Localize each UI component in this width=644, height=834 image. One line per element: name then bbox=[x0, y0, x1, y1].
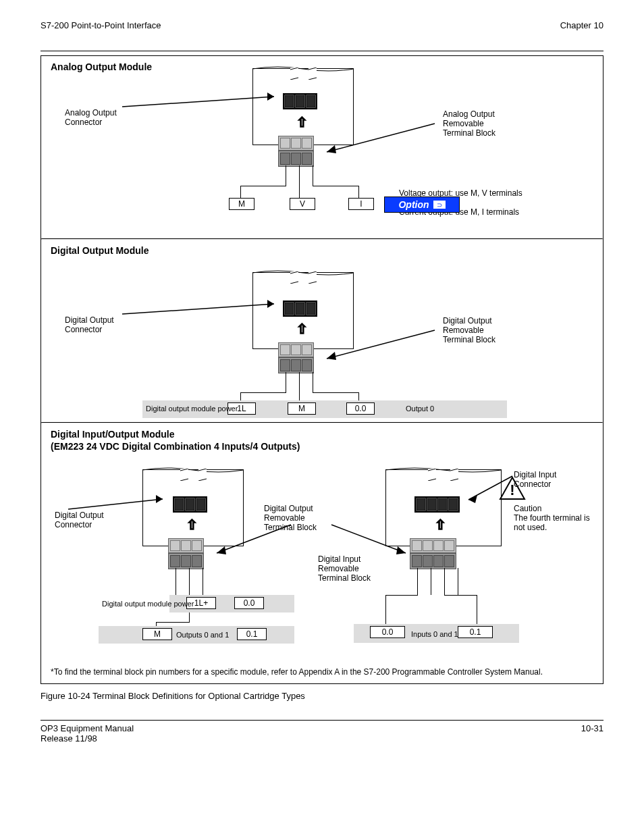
section1-title: Analog Output Module bbox=[51, 61, 152, 72]
caution-icon: ! bbox=[499, 476, 526, 500]
connector-label-1: Analog Output Connector bbox=[65, 109, 117, 128]
term-m-1: M bbox=[229, 198, 254, 210]
connector-1 bbox=[283, 93, 317, 109]
figure-caption: Figure 10-24 Terminal Block Definitions … bbox=[41, 691, 603, 701]
up-arrow-3l: ⇧ bbox=[186, 517, 198, 533]
term-ml: M bbox=[142, 628, 172, 640]
term-01r: 0.1 bbox=[458, 626, 493, 638]
power-note-2: Digital output module power bbox=[146, 405, 238, 413]
svg-line-12 bbox=[331, 525, 406, 553]
term-00l: 0.0 bbox=[234, 597, 264, 609]
up-arrow-3r: ⇧ bbox=[435, 517, 446, 533]
plug-label-3l: Digital Output Removable Terminal Block bbox=[264, 504, 317, 532]
svg-marker-7 bbox=[327, 352, 336, 360]
option-badge: Option ⊃ bbox=[384, 197, 460, 213]
section2-title: Digital Output Module bbox=[51, 245, 149, 256]
svg-marker-15 bbox=[468, 495, 477, 503]
up-arrow-2: ⇧ bbox=[296, 321, 308, 337]
diagram-box: Analog Output Module ⇧ bbox=[41, 55, 603, 684]
svg-marker-1 bbox=[267, 93, 274, 101]
band1-note: Digital output module power bbox=[102, 600, 194, 608]
header-left: S7-200 Point-to-Point Interface bbox=[41, 20, 161, 30]
plug-label-1: Analog Output Removable Terminal Block bbox=[443, 110, 495, 138]
arrow-connector-3l bbox=[68, 486, 169, 513]
plug-1 bbox=[278, 136, 314, 167]
section3-footnote: *To find the terminal block pin numbers … bbox=[51, 667, 593, 677]
svg-marker-11 bbox=[217, 546, 226, 554]
term-00r: 0.0 bbox=[370, 626, 405, 638]
svg-line-8 bbox=[68, 499, 163, 509]
term-i-1: I bbox=[348, 198, 374, 210]
arrow-plug-2 bbox=[320, 330, 441, 364]
svg-marker-9 bbox=[156, 495, 163, 503]
plug-label-2: Digital Output Removable Terminal Block bbox=[443, 317, 495, 344]
out-note-2: Output 0 bbox=[406, 405, 434, 413]
connector-label-3l: Digital Output Connector bbox=[55, 511, 104, 530]
footer-left: OP3 Equipment Manual bbox=[41, 723, 134, 733]
term-m-2: M bbox=[288, 402, 316, 415]
svg-marker-13 bbox=[396, 546, 406, 554]
connector-label-2: Digital Output Connector bbox=[65, 316, 114, 335]
page-footer: OP3 Equipment Manual Release 11/98 10-31 bbox=[41, 723, 603, 744]
svg-line-4 bbox=[122, 304, 274, 314]
footer-release: Release 11/98 bbox=[41, 733, 134, 744]
connector-3r bbox=[414, 496, 460, 513]
caution-note: Caution The fourth terminal is not used. bbox=[514, 504, 603, 532]
arrow-connector-1 bbox=[122, 83, 281, 110]
term-00: 0.0 bbox=[346, 402, 375, 415]
svg-line-0 bbox=[122, 97, 274, 107]
up-arrow-1: ⇧ bbox=[296, 114, 308, 130]
footer-rule bbox=[41, 720, 603, 721]
option-badge-text: Option bbox=[398, 199, 429, 210]
plug-3r bbox=[410, 538, 456, 569]
svg-text:!: ! bbox=[510, 481, 514, 498]
svg-line-2 bbox=[327, 124, 435, 152]
header-rule bbox=[41, 51, 603, 51]
option-badge-icon: ⊃ bbox=[433, 201, 446, 209]
arrow-plug-3r bbox=[331, 525, 412, 558]
section-analog-output: Analog Output Module ⇧ bbox=[41, 56, 603, 238]
section-digital-output: Digital Output Module ⇧ Digital Output C… bbox=[41, 240, 603, 422]
header-right: Chapter 10 bbox=[560, 20, 603, 30]
term-v-1: V bbox=[290, 198, 315, 210]
section-digital-io: Digital Input/Output Module (EM223 24 VD… bbox=[41, 423, 603, 683]
footer-right: 10-31 bbox=[581, 723, 603, 744]
section3-title-2: (EM223 24 VDC Digital Combination 4 Inpu… bbox=[51, 441, 300, 452]
section3-title-1: Digital Input/Output Module bbox=[51, 429, 175, 440]
plug-3l bbox=[168, 538, 204, 569]
band2-note: Outputs 0 and 1 bbox=[176, 631, 229, 640]
plug-label-3r: Digital Input Removable Terminal Block bbox=[318, 555, 371, 583]
page: S7-200 Point-to-Point Interface Chapter … bbox=[0, 0, 644, 834]
svg-marker-5 bbox=[267, 300, 274, 308]
term-01l: 0.1 bbox=[237, 628, 267, 640]
svg-marker-3 bbox=[327, 145, 336, 153]
svg-line-6 bbox=[327, 330, 435, 359]
page-header: S7-200 Point-to-Point Interface Chapter … bbox=[41, 20, 603, 30]
connector-2 bbox=[283, 301, 317, 317]
plug-2 bbox=[278, 342, 314, 373]
arrow-plug-1 bbox=[320, 124, 441, 157]
right-note: Inputs 0 and 1 bbox=[411, 630, 458, 639]
connector-3l bbox=[173, 496, 207, 513]
arrow-connector-2 bbox=[122, 290, 281, 317]
